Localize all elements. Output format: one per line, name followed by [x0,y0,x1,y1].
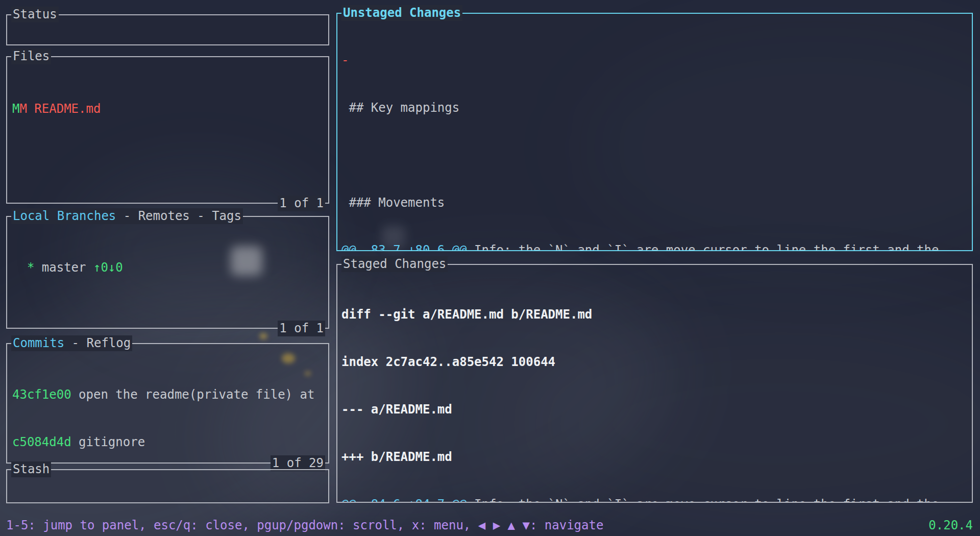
panel-stash[interactable]: Stash [6,469,329,503]
panel-staged-changes[interactable]: Staged Changes diff --git a/README.md b/… [336,264,973,503]
commit-message: gitignore [71,435,145,449]
keybinding-hints: 1-5: jump to panel, esc/q: close, pgup/p… [6,518,603,533]
diff-context-line[interactable]: ### Movements [341,195,968,211]
gitui-terminal: Status ↑0↓0 nvim → master Files MM READM… [0,0,980,536]
staged-diff: diff --git a/README.md b/README.md index… [337,265,972,502]
diff-blank-line[interactable] [341,148,968,163]
status-content: ↑0↓0 nvim → master [7,15,328,44]
panel-commits[interactable]: Commits - Reflog 43cf1e00 open the readm… [6,343,329,464]
commit-message: open the readme(private file) at [71,387,315,402]
file-entry[interactable]: MM README.md [12,101,324,117]
commits-list: 43cf1e00 open the readme(private file) a… [7,344,328,462]
diff-index-line[interactable]: index 2c7ac42..a85e542 100644 [341,354,968,370]
branch-name: master [42,260,93,275]
branches-list: * master ↑0↓0 [7,217,328,328]
files-list: MM README.md [7,57,328,203]
panel-status[interactable]: Status ↑0↓0 nvim → master [6,14,329,45]
staged-status-flag: M [12,102,19,116]
diff-old-file[interactable]: --- a/README.md [341,402,968,418]
files-position-indicator: 1 of 1 [278,196,325,211]
hunk-context: Info: the `N` and `I` are move cursor to… [467,497,939,502]
hunk-header: @@ -83,7 +80,6 @@ [341,243,467,250]
panel-unstaged-changes[interactable]: Unstaged Changes - ## Key mappings ### M… [336,13,973,251]
commit-hash: 43cf1e00 [12,387,71,402]
diff-file-header[interactable]: diff --git a/README.md b/README.md [341,307,968,323]
diff-new-file[interactable]: +++ b/README.md [341,449,968,465]
panel-files[interactable]: Files MM README.md 1 of 1 [6,56,329,204]
app-version: 0.20.4 [928,518,973,533]
branch-ahead-behind: ↑0↓0 [93,260,123,275]
diff-hunk-line[interactable]: @@ -84,6 +84,7 @@ Info: the `N` and `I` … [341,497,968,502]
hunk-context: Info: the `N` and `I` are move cursor to… [467,243,939,250]
commit-row[interactable]: c5084d4d gitignore [12,434,324,450]
footer-bar: 1-5: jump to panel, esc/q: close, pgup/p… [6,518,973,533]
diff-hunk-line[interactable]: @@ -83,7 +80,6 @@ Info: the `N` and `I` … [341,242,968,250]
commit-row[interactable]: 43cf1e00 open the readme(private file) a… [12,387,324,403]
file-name: README.md [27,102,101,116]
branches-position-indicator: 1 of 1 [278,321,325,336]
unstaged-diff: - ## Key mappings ### Movements @@ -83,7… [337,14,972,250]
current-branch-marker: * [12,260,42,275]
hunk-header: @@ -84,6 +84,7 @@ [341,497,467,502]
diff-context-line[interactable]: ## Key mappings [341,100,968,116]
branch-row[interactable]: * master ↑0↓0 [12,260,324,276]
diff-removed-line[interactable]: - [341,53,968,68]
unstaged-status-flag: M [19,102,27,116]
stash-list [7,470,328,502]
commit-hash: c5084d4d [12,435,71,449]
panel-branches[interactable]: Local Branches - Remotes - Tags * master… [6,216,329,329]
